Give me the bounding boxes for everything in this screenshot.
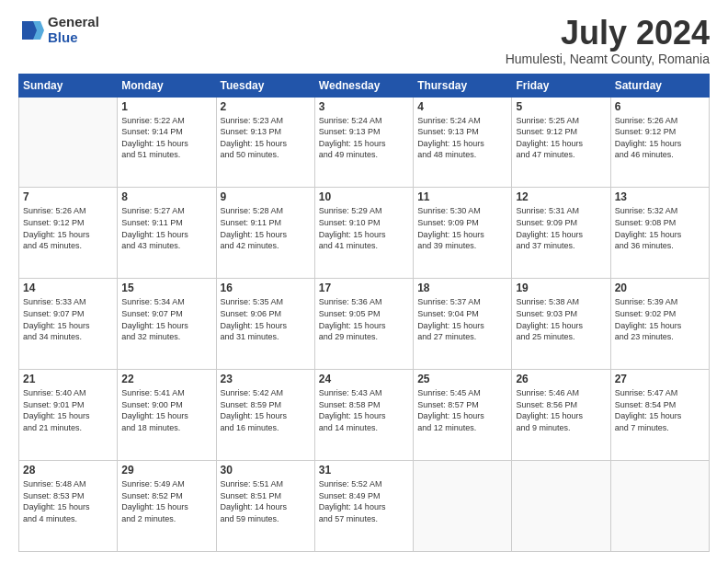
table-row: 18Sunrise: 5:37 AM Sunset: 9:04 PM Dayli…: [414, 279, 512, 370]
day-number: 26: [516, 373, 606, 385]
table-row: 24Sunrise: 5:43 AM Sunset: 8:58 PM Dayli…: [314, 370, 413, 461]
day-info: Sunrise: 5:41 AM Sunset: 9:00 PM Dayligh…: [121, 387, 211, 433]
table-row: [414, 461, 512, 552]
col-saturday: Saturday: [610, 74, 709, 97]
day-number: 31: [319, 464, 409, 477]
table-row: 13Sunrise: 5:32 AM Sunset: 9:08 PM Dayli…: [610, 188, 709, 279]
calendar-week-row: 1Sunrise: 5:22 AM Sunset: 9:14 PM Daylig…: [19, 97, 710, 188]
col-sunday: Sunday: [19, 74, 118, 97]
day-info: Sunrise: 5:23 AM Sunset: 9:13 PM Dayligh…: [221, 115, 311, 161]
table-row: [512, 461, 610, 552]
col-friday: Friday: [512, 74, 610, 97]
day-number: 14: [23, 282, 113, 294]
table-row: 30Sunrise: 5:51 AM Sunset: 8:51 PM Dayli…: [216, 461, 314, 552]
logo-blue-text: Blue: [48, 30, 99, 46]
day-info: Sunrise: 5:26 AM Sunset: 9:12 PM Dayligh…: [23, 205, 113, 251]
calendar-header-row: Sunday Monday Tuesday Wednesday Thursday…: [19, 74, 710, 97]
header: General Blue July 2024 Humulesti, Neamt …: [18, 15, 710, 66]
table-row: 8Sunrise: 5:27 AM Sunset: 9:11 PM Daylig…: [118, 188, 216, 279]
day-info: Sunrise: 5:52 AM Sunset: 8:49 PM Dayligh…: [319, 478, 409, 524]
table-row: 16Sunrise: 5:35 AM Sunset: 9:06 PM Dayli…: [216, 279, 314, 370]
calendar-week-row: 14Sunrise: 5:33 AM Sunset: 9:07 PM Dayli…: [19, 279, 710, 370]
day-number: 11: [417, 190, 507, 203]
table-row: [19, 97, 118, 188]
table-row: 4Sunrise: 5:24 AM Sunset: 9:13 PM Daylig…: [414, 97, 512, 188]
day-info: Sunrise: 5:45 AM Sunset: 8:57 PM Dayligh…: [417, 387, 507, 433]
day-number: 13: [615, 190, 705, 203]
calendar-table: Sunday Monday Tuesday Wednesday Thursday…: [18, 74, 710, 552]
day-number: 21: [23, 373, 113, 385]
table-row: [610, 461, 709, 552]
day-number: 12: [516, 190, 606, 203]
table-row: 17Sunrise: 5:36 AM Sunset: 9:05 PM Dayli…: [314, 279, 413, 370]
title-block: July 2024 Humulesti, Neamt County, Roman…: [506, 15, 710, 66]
day-number: 15: [121, 282, 211, 294]
table-row: 3Sunrise: 5:24 AM Sunset: 9:13 PM Daylig…: [314, 97, 413, 188]
day-info: Sunrise: 5:26 AM Sunset: 9:12 PM Dayligh…: [615, 115, 705, 161]
day-number: 23: [221, 373, 311, 385]
day-number: 9: [221, 190, 311, 203]
day-info: Sunrise: 5:31 AM Sunset: 9:09 PM Dayligh…: [516, 205, 606, 251]
day-number: 18: [417, 282, 507, 294]
col-wednesday: Wednesday: [314, 74, 413, 97]
day-number: 28: [23, 464, 113, 477]
table-row: 15Sunrise: 5:34 AM Sunset: 9:07 PM Dayli…: [118, 279, 216, 370]
day-info: Sunrise: 5:38 AM Sunset: 9:03 PM Dayligh…: [516, 296, 606, 342]
logo-text: General Blue: [48, 15, 99, 45]
table-row: 25Sunrise: 5:45 AM Sunset: 8:57 PM Dayli…: [414, 370, 512, 461]
day-info: Sunrise: 5:30 AM Sunset: 9:09 PM Dayligh…: [417, 205, 507, 251]
day-number: 17: [319, 282, 409, 294]
day-number: 16: [221, 282, 311, 294]
day-info: Sunrise: 5:39 AM Sunset: 9:02 PM Dayligh…: [615, 296, 705, 342]
calendar-week-row: 7Sunrise: 5:26 AM Sunset: 9:12 PM Daylig…: [19, 188, 710, 279]
logo-icon: [18, 17, 44, 43]
table-row: 22Sunrise: 5:41 AM Sunset: 9:00 PM Dayli…: [118, 370, 216, 461]
table-row: 31Sunrise: 5:52 AM Sunset: 8:49 PM Dayli…: [314, 461, 413, 552]
table-row: 19Sunrise: 5:38 AM Sunset: 9:03 PM Dayli…: [512, 279, 610, 370]
day-info: Sunrise: 5:35 AM Sunset: 9:06 PM Dayligh…: [221, 296, 311, 342]
table-row: 28Sunrise: 5:48 AM Sunset: 8:53 PM Dayli…: [19, 461, 118, 552]
col-thursday: Thursday: [414, 74, 512, 97]
day-number: 8: [121, 190, 211, 203]
day-info: Sunrise: 5:29 AM Sunset: 9:10 PM Dayligh…: [319, 205, 409, 251]
table-row: 9Sunrise: 5:28 AM Sunset: 9:11 PM Daylig…: [216, 188, 314, 279]
day-info: Sunrise: 5:46 AM Sunset: 8:56 PM Dayligh…: [516, 387, 606, 433]
day-info: Sunrise: 5:36 AM Sunset: 9:05 PM Dayligh…: [319, 296, 409, 342]
month-title: July 2024: [506, 15, 710, 52]
day-info: Sunrise: 5:33 AM Sunset: 9:07 PM Dayligh…: [23, 296, 113, 342]
day-info: Sunrise: 5:24 AM Sunset: 9:13 PM Dayligh…: [417, 115, 507, 161]
day-number: 7: [23, 190, 113, 203]
table-row: 23Sunrise: 5:42 AM Sunset: 8:59 PM Dayli…: [216, 370, 314, 461]
table-row: 2Sunrise: 5:23 AM Sunset: 9:13 PM Daylig…: [216, 97, 314, 188]
day-number: 27: [615, 373, 705, 385]
day-info: Sunrise: 5:32 AM Sunset: 9:08 PM Dayligh…: [615, 205, 705, 251]
day-info: Sunrise: 5:27 AM Sunset: 9:11 PM Dayligh…: [121, 205, 211, 251]
calendar-week-row: 21Sunrise: 5:40 AM Sunset: 9:01 PM Dayli…: [19, 370, 710, 461]
table-row: 21Sunrise: 5:40 AM Sunset: 9:01 PM Dayli…: [19, 370, 118, 461]
page: General Blue July 2024 Humulesti, Neamt …: [0, 0, 728, 563]
day-info: Sunrise: 5:47 AM Sunset: 8:54 PM Dayligh…: [615, 387, 705, 433]
day-info: Sunrise: 5:28 AM Sunset: 9:11 PM Dayligh…: [221, 205, 311, 251]
day-number: 5: [516, 100, 606, 113]
col-tuesday: Tuesday: [216, 74, 314, 97]
table-row: 26Sunrise: 5:46 AM Sunset: 8:56 PM Dayli…: [512, 370, 610, 461]
col-monday: Monday: [118, 74, 216, 97]
day-info: Sunrise: 5:51 AM Sunset: 8:51 PM Dayligh…: [221, 478, 311, 524]
day-number: 4: [417, 100, 507, 113]
day-number: 6: [615, 100, 705, 113]
table-row: 5Sunrise: 5:25 AM Sunset: 9:12 PM Daylig…: [512, 97, 610, 188]
day-number: 29: [121, 464, 211, 477]
day-info: Sunrise: 5:24 AM Sunset: 9:13 PM Dayligh…: [319, 115, 409, 161]
table-row: 1Sunrise: 5:22 AM Sunset: 9:14 PM Daylig…: [118, 97, 216, 188]
table-row: 27Sunrise: 5:47 AM Sunset: 8:54 PM Dayli…: [610, 370, 709, 461]
day-number: 10: [319, 190, 409, 203]
table-row: 7Sunrise: 5:26 AM Sunset: 9:12 PM Daylig…: [19, 188, 118, 279]
day-info: Sunrise: 5:48 AM Sunset: 8:53 PM Dayligh…: [23, 478, 113, 524]
table-row: 6Sunrise: 5:26 AM Sunset: 9:12 PM Daylig…: [610, 97, 709, 188]
day-info: Sunrise: 5:22 AM Sunset: 9:14 PM Dayligh…: [121, 115, 211, 161]
day-number: 19: [516, 282, 606, 294]
day-number: 1: [121, 100, 211, 113]
day-info: Sunrise: 5:34 AM Sunset: 9:07 PM Dayligh…: [121, 296, 211, 342]
day-number: 25: [417, 373, 507, 385]
location-subtitle: Humulesti, Neamt County, Romania: [506, 52, 710, 66]
